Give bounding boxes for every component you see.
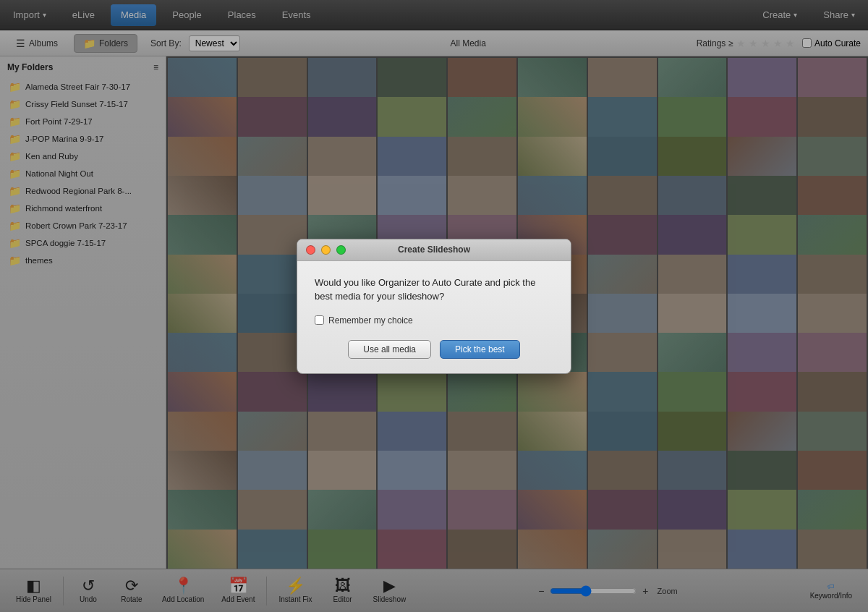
modal-title: Create Slideshow	[398, 245, 470, 255]
remember-choice-label: Remember my choice	[328, 315, 413, 326]
modal-buttons: Use all media Pick the best	[315, 340, 553, 359]
pick-best-button[interactable]: Pick the best	[440, 340, 520, 359]
modal-maximize-button[interactable]	[336, 245, 346, 255]
create-slideshow-modal: Create Slideshow Would you like Organize…	[297, 239, 571, 374]
modal-question: Would you like Organizer to Auto Curate …	[315, 276, 553, 304]
modal-minimize-button[interactable]	[321, 245, 331, 255]
modal-overlay: Create Slideshow Would you like Organize…	[0, 0, 868, 612]
modal-header: Create Slideshow	[297, 239, 571, 261]
remember-choice-checkbox[interactable]	[315, 315, 324, 325]
use-all-media-button[interactable]: Use all media	[348, 340, 431, 359]
modal-remember-row: Remember my choice	[315, 315, 553, 326]
modal-close-button[interactable]	[306, 245, 315, 255]
modal-body: Would you like Organizer to Auto Curate …	[297, 261, 571, 373]
